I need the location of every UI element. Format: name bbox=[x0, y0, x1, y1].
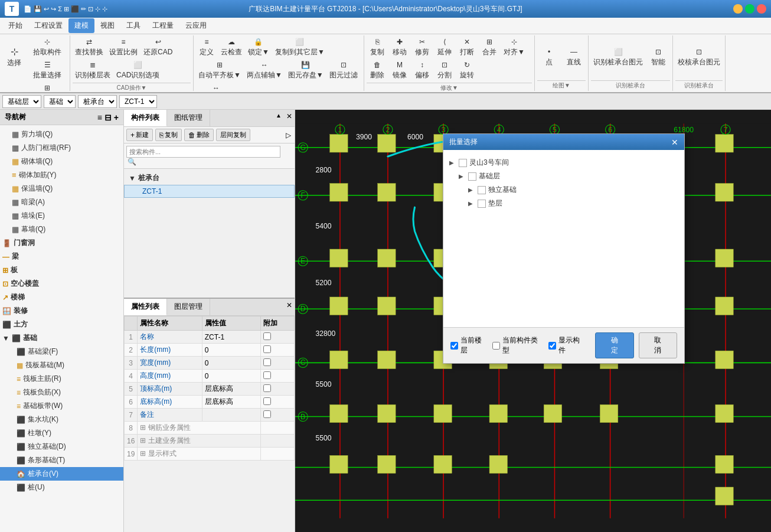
show-component-checkbox[interactable] bbox=[548, 342, 556, 350]
component-select[interactable]: ZCT-1 bbox=[119, 95, 157, 108]
nav-item-raft[interactable]: ▦筏板基础(M) bbox=[0, 358, 123, 372]
close-button[interactable] bbox=[757, 4, 766, 14]
confirm-button[interactable]: 确定 bbox=[595, 332, 633, 358]
copy-to-layer-button[interactable]: ⬜复制到其它层▼ bbox=[273, 37, 327, 58]
search-input[interactable] bbox=[126, 146, 280, 158]
restore-cad-button[interactable]: ↩还原CAD bbox=[141, 37, 175, 58]
nav-item-strip-foundation[interactable]: ⬛条形基础(T) bbox=[0, 453, 123, 467]
panel-close-btn[interactable]: ✕ bbox=[284, 110, 295, 126]
define-button[interactable]: ≡定义 bbox=[196, 37, 217, 58]
tree-child-zct1[interactable]: ZCT-1 bbox=[124, 185, 295, 198]
lock-button[interactable]: 🔒锁定▼ bbox=[246, 37, 272, 58]
length-mark-button[interactable]: ↔长度标注▼ bbox=[196, 83, 236, 93]
nav-item-insulation-wall[interactable]: ▦保温墙(Q) bbox=[0, 182, 123, 195]
menu-project-settings[interactable]: 工程设置 bbox=[28, 18, 68, 33]
cloud-check-button[interactable]: ☁云检查 bbox=[218, 37, 244, 58]
merge-button[interactable]: ⊞合并 bbox=[479, 37, 500, 58]
current-floor-checkbox[interactable] bbox=[450, 342, 458, 350]
prop-extra-check-6[interactable] bbox=[263, 397, 271, 405]
tree-node-foundation-floor[interactable]: ▶ 基础层 bbox=[449, 169, 678, 183]
nav-item-hidden-beam[interactable]: ▦暗梁(A) bbox=[0, 195, 123, 209]
tab-drawing-management[interactable]: 图纸管理 bbox=[167, 110, 210, 126]
nav-item-masonry-rebar[interactable]: ≡砌体加筋(Y) bbox=[0, 168, 123, 182]
select-main-button[interactable]: ⊹ 选择 bbox=[2, 37, 26, 78]
tree-checkbox-foundation-floor[interactable] bbox=[468, 172, 476, 181]
menu-cloud[interactable]: 云应用 bbox=[179, 18, 213, 33]
floor-select[interactable]: 基础层 bbox=[2, 95, 41, 108]
menu-tools[interactable]: 工具 bbox=[120, 18, 146, 33]
category-select[interactable]: 基础 bbox=[44, 95, 76, 108]
tree-node-workshop[interactable]: ▶ 灵山3号车间 bbox=[449, 156, 678, 169]
canvas-area[interactable]: 1 2 3 4 5 6 61800 7 G F E D C bbox=[295, 110, 771, 532]
attr-select-button[interactable]: ⊞ 按属性选择 bbox=[27, 83, 67, 93]
delete-component-button[interactable]: 🗑 删除 bbox=[184, 129, 214, 141]
nav-item-shear-wall[interactable]: ▦剪力墙(Q) bbox=[0, 128, 123, 141]
nav-expand-button[interactable]: ≡ bbox=[97, 113, 102, 122]
line-button[interactable]: —直线 bbox=[562, 37, 586, 78]
tree-checkbox-isolated[interactable] bbox=[478, 186, 486, 194]
nav-item-pile-cap[interactable]: 🏠桩承台(V) bbox=[0, 467, 123, 481]
nav-item-wall-pier[interactable]: ▦墙垛(E) bbox=[0, 209, 123, 223]
cancel-button[interactable]: 取消 bbox=[639, 332, 677, 358]
nav-cat-slab[interactable]: ⊞板 bbox=[0, 263, 123, 277]
cad-options-button[interactable]: ⬜CAD识别选项 bbox=[114, 60, 162, 81]
nav-cat-beam[interactable]: —梁 bbox=[0, 250, 123, 263]
search-icon[interactable]: 🔍 bbox=[128, 158, 136, 166]
nav-item-isolated-foundation[interactable]: ⬛独立基础(D) bbox=[0, 440, 123, 453]
smart-button[interactable]: ⊡智能 bbox=[646, 37, 670, 78]
component-type-select[interactable]: 桩承台 bbox=[78, 95, 117, 108]
trim-button[interactable]: ✂修剪 bbox=[411, 37, 433, 58]
split-button[interactable]: ⊡分割 bbox=[434, 60, 455, 81]
nav-item-masonry[interactable]: ▦砌体墙(Q) bbox=[0, 155, 123, 168]
nav-item-column-pier[interactable]: ⬛柱墩(Y) bbox=[0, 426, 123, 440]
tab-layer-management[interactable]: 图层管理 bbox=[167, 299, 210, 315]
recog-floor-button[interactable]: ≣识别楼层表 bbox=[73, 60, 113, 81]
two-point-axis-button[interactable]: ↔两点辅轴▼ bbox=[244, 60, 285, 81]
nav-item-foundation-band[interactable]: ≡基础板带(W) bbox=[0, 399, 123, 413]
extend-button[interactable]: ⟨延伸 bbox=[434, 37, 455, 58]
batch-select-button[interactable]: ☰ 批量选择 bbox=[27, 60, 67, 81]
menu-quantity[interactable]: 工程量 bbox=[146, 18, 179, 33]
new-component-button[interactable]: + 新建 bbox=[126, 129, 153, 141]
more-button[interactable]: ▷ bbox=[285, 130, 292, 141]
prop-extra-check-2[interactable] bbox=[263, 345, 271, 353]
copy-component-button[interactable]: ⎘ 复制 bbox=[155, 129, 182, 141]
inter-floor-copy-button[interactable]: 层间复制 bbox=[216, 129, 250, 141]
tree-node-cushion[interactable]: ▶ 垫层 bbox=[449, 197, 678, 210]
prop-panel-close[interactable]: ✕ bbox=[284, 299, 295, 315]
menu-start[interactable]: 开始 bbox=[2, 18, 28, 33]
nav-item-raft-rebar-bot[interactable]: ≡筏板负筋(X) bbox=[0, 386, 123, 399]
save-element-button[interactable]: 💾图元存盘▼ bbox=[286, 60, 326, 81]
delete-button[interactable]: 🗑删除 bbox=[367, 60, 388, 81]
menu-view[interactable]: 视图 bbox=[94, 18, 120, 33]
auto-align-button[interactable]: ⊞自动平齐板▼ bbox=[196, 60, 243, 81]
prop-extra-check-3[interactable] bbox=[263, 358, 271, 366]
prop-extra-check-4[interactable] bbox=[263, 371, 271, 379]
tab-component-list[interactable]: 构件列表 bbox=[124, 110, 167, 126]
filter-element-button[interactable]: ⊡图元过滤 bbox=[327, 60, 360, 81]
identify-pile-cap-button[interactable]: ⬜识别桩承台图元 bbox=[591, 37, 645, 78]
nav-cat-earthwork[interactable]: ⬛土方 bbox=[0, 318, 123, 331]
dialog-close-button[interactable]: ✕ bbox=[671, 138, 678, 147]
pick-component-button[interactable]: ⊹ 拾取构件 bbox=[27, 37, 67, 58]
tab-property-list[interactable]: 属性列表 bbox=[124, 299, 167, 315]
menu-modeling[interactable]: 建模 bbox=[68, 18, 94, 33]
move-button[interactable]: ✚移动 bbox=[389, 37, 410, 58]
nav-add-button[interactable]: + bbox=[114, 113, 119, 122]
nav-item-raft-rebar-top[interactable]: ≡筏板主筋(R) bbox=[0, 372, 123, 386]
tree-checkbox-workshop[interactable] bbox=[459, 159, 467, 167]
set-scale-button[interactable]: ≡设置比例 bbox=[107, 37, 140, 58]
nav-cat-door-window[interactable]: 🚪门窗洞 bbox=[0, 236, 123, 250]
prop-extra-check-7[interactable] bbox=[263, 410, 271, 418]
current-type-checkbox[interactable] bbox=[492, 342, 500, 350]
verify-button[interactable]: ⊡校核承台图元 bbox=[675, 37, 723, 78]
align-button[interactable]: ⊹对齐▼ bbox=[501, 37, 527, 58]
break-button[interactable]: ✕打断 bbox=[456, 37, 478, 58]
nav-cat-decoration[interactable]: 🪟装修 bbox=[0, 304, 123, 318]
tree-node-isolated-found[interactable]: ▶ 独立基础 bbox=[449, 183, 678, 197]
offset-button[interactable]: ↕偏移 bbox=[411, 60, 433, 81]
nav-item-air-defense[interactable]: ▦人防门框墙(RF) bbox=[0, 141, 123, 155]
point-button[interactable]: •点 bbox=[537, 37, 561, 78]
copy-button[interactable]: ⎘复制 bbox=[367, 37, 388, 58]
maximize-button[interactable] bbox=[745, 4, 754, 14]
